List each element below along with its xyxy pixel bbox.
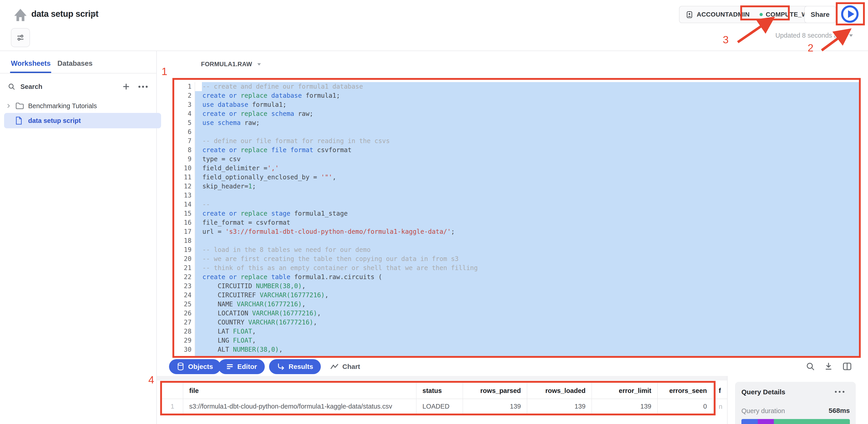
line-number: 23: [174, 282, 195, 291]
title-dropdown-caret-icon[interactable]: [90, 13, 95, 16]
column-header[interactable]: status: [416, 383, 463, 399]
code-text: file_format = csvformat: [195, 218, 859, 227]
column-header[interactable]: error_limit: [592, 383, 658, 399]
line-number: 12: [174, 182, 195, 191]
results-button[interactable]: Results: [269, 359, 321, 374]
code-line[interactable]: 4create or replace schema raw;: [174, 109, 859, 118]
chart-label: Chart: [342, 363, 360, 370]
code-line[interactable]: 31: [174, 354, 859, 356]
code-line[interactable]: 13: [174, 191, 859, 200]
table-row[interactable]: 1s3://formula1-dbt-cloud-python-demo/for…: [162, 399, 713, 414]
code-line[interactable]: 8create or replace file format csvformat: [174, 145, 859, 155]
ellipsis-icon: [835, 391, 837, 393]
objects-button[interactable]: Objects: [169, 359, 221, 374]
code-text: -- create and define our formula1 databa…: [195, 82, 859, 91]
code-line[interactable]: 6: [174, 127, 859, 136]
header-divider: [0, 51, 868, 51]
code-line[interactable]: 27 COUNTRY VARCHAR(16777216),: [174, 318, 859, 327]
code-line[interactable]: 21-- think of this as an empty container…: [174, 263, 859, 272]
chart-tab[interactable]: Chart: [330, 359, 360, 374]
code-line[interactable]: 18: [174, 236, 859, 245]
results-label: Results: [288, 363, 313, 370]
filters-button[interactable]: [11, 28, 30, 47]
code-line[interactable]: 9type = csv: [174, 155, 859, 164]
line-number: 1: [174, 82, 195, 91]
code-text: COUNTRY VARCHAR(16777216),: [195, 318, 859, 327]
code-text: LAT FLOAT,: [195, 327, 859, 336]
home-button[interactable]: [12, 7, 29, 23]
tab-worksheets[interactable]: Worksheets: [11, 59, 51, 68]
table-cell: 0: [658, 399, 713, 414]
columns-icon: [842, 362, 852, 371]
code-text: create or replace stage formula1_stage: [195, 209, 859, 218]
code-line[interactable]: 5use schema raw;: [174, 118, 859, 127]
code-line[interactable]: 29 LNG FLOAT,: [174, 336, 859, 345]
share-button[interactable]: Share: [804, 6, 836, 23]
query-duration-bar: [741, 419, 850, 424]
run-button[interactable]: [839, 4, 860, 24]
column-header[interactable]: errors_seen: [658, 383, 713, 399]
column-header[interactable]: rows_parsed: [463, 383, 527, 399]
updated-dropdown-caret-icon[interactable]: [849, 34, 853, 37]
code-text: skip_header=1;: [195, 182, 859, 191]
code-line[interactable]: 1-- create and define our formula1 datab…: [174, 82, 859, 91]
code-line[interactable]: 26 LOCATION VARCHAR(16777216),: [174, 309, 859, 318]
download-results-button[interactable]: [822, 360, 835, 373]
column-header[interactable]: file: [183, 383, 416, 399]
sidebar-item-benchmarking-tutorials[interactable]: Benchmarking Tutorials: [5, 100, 151, 111]
line-number: 21: [174, 263, 195, 272]
code-line[interactable]: 15create or replace stage formula1_stage: [174, 209, 859, 218]
role-badge-icon: [685, 10, 693, 19]
results-table[interactable]: filestatusrows_parsedrows_loadederror_li…: [162, 383, 713, 414]
code-line[interactable]: 19-- load in the 8 tables we need for ou…: [174, 245, 859, 254]
code-line[interactable]: 17url = 's3://formula1-dbt-cloud-python-…: [174, 227, 859, 236]
database-schema-selector[interactable]: FORMULA1.RAW: [201, 61, 261, 68]
code-line[interactable]: 14--: [174, 200, 859, 209]
column-header[interactable]: [162, 383, 183, 399]
code-line[interactable]: 7-- define our file format for reading i…: [174, 136, 859, 145]
code-line[interactable]: 11field_optionally_enclosed_by = '"',: [174, 173, 859, 182]
code-text: -- think of this as an empty container o…: [195, 263, 859, 272]
code-line[interactable]: 23 CIRCUITID NUMBER(38,0),: [174, 282, 859, 291]
code-line[interactable]: 12skip_header=1;: [174, 182, 859, 191]
sql-editor[interactable]: 1-- create and define our formula1 datab…: [174, 80, 859, 356]
code-line[interactable]: 20-- we are first creating the table the…: [174, 254, 859, 263]
code-text: --: [195, 200, 859, 209]
code-text: -- define our file format for reading in…: [195, 136, 859, 145]
chart-line-icon: [330, 363, 339, 370]
code-line[interactable]: 10field_delimiter =',': [174, 164, 859, 173]
folder-icon: [16, 102, 24, 110]
query-duration-label: Query duration: [741, 407, 785, 415]
tab-databases[interactable]: Databases: [57, 59, 93, 68]
code-line[interactable]: 22create or replace table formula1.raw.c…: [174, 272, 859, 282]
code-line[interactable]: 2create or replace database formula1;: [174, 91, 859, 100]
code-text: type = csv: [195, 155, 859, 164]
code-line[interactable]: 30 ALT NUMBER(38,0),: [174, 345, 859, 354]
results-search-button[interactable]: [804, 360, 817, 373]
line-number: 5: [174, 118, 195, 127]
column-header[interactable]: rows_loaded: [527, 383, 592, 399]
code-text: use schema raw;: [195, 118, 859, 127]
code-line[interactable]: 28 LAT FLOAT,: [174, 327, 859, 336]
add-worksheet-button[interactable]: [120, 81, 132, 92]
query-details-more-button[interactable]: [835, 391, 844, 393]
role-warehouse-selector[interactable]: ACCOUNTADMIN COMPUTE_WH: [679, 6, 819, 23]
chevron-right-icon: [5, 103, 11, 109]
annotation-label-1: 1: [161, 65, 167, 77]
code-line[interactable]: 25 NAME VARCHAR(16777216),: [174, 300, 859, 309]
editor-button[interactable]: Editor: [218, 359, 265, 374]
code-line[interactable]: 16file_format = csvformat: [174, 218, 859, 227]
code-text: -- we are first creating the table then …: [195, 254, 859, 263]
table-cell: 139: [463, 399, 527, 414]
code-line[interactable]: 24 CIRCUITREF VARCHAR(16777216),: [174, 291, 859, 300]
code-line[interactable]: 3use database formula1;: [174, 100, 859, 109]
split-view-button[interactable]: [840, 360, 854, 373]
line-number: 31: [174, 354, 195, 356]
sidebar-more-button[interactable]: [136, 81, 150, 92]
table-cell: 139: [592, 399, 658, 414]
table-header-row: filestatusrows_parsedrows_loadederror_li…: [162, 383, 713, 399]
sidebar-item-data-setup-script[interactable]: data setup script: [4, 113, 161, 128]
list-icon: [226, 363, 234, 370]
results-table-partial-column: f n: [716, 383, 727, 415]
code-text: field_delimiter =',': [195, 164, 859, 173]
